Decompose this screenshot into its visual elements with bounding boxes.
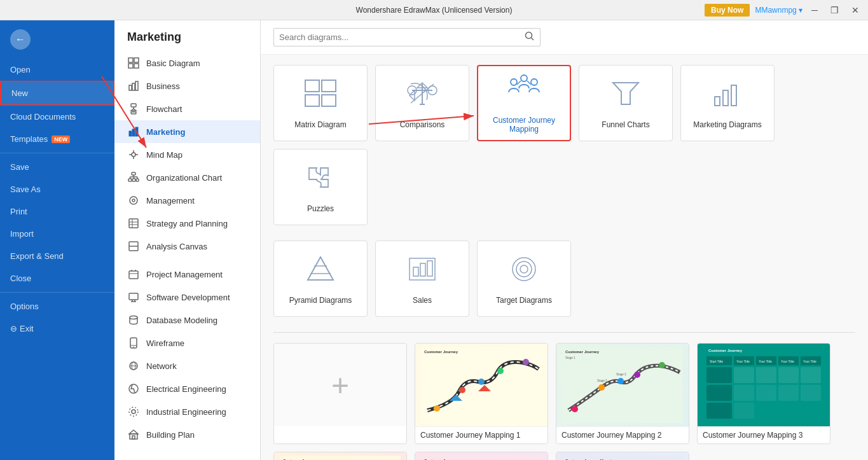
svg-point-102 (634, 372, 640, 378)
svg-line-74 (527, 81, 531, 85)
type-card-customer-journey[interactable]: Customer Journey Mapping (477, 65, 571, 141)
svg-point-87 (516, 261, 532, 277)
category-item-basic[interactable]: Basic Diagram (114, 52, 260, 74)
svg-rect-62 (322, 95, 336, 106)
sidebar-item-import[interactable]: Import (0, 223, 114, 245)
search-button[interactable] (525, 31, 535, 43)
type-card-target[interactable]: Target Diagrams (477, 240, 571, 317)
back-button[interactable]: ← (0, 20, 114, 59)
mindmap-icon (127, 148, 140, 161)
search-input-wrap[interactable] (273, 28, 541, 46)
category-item-mindmap[interactable]: Mind Map (114, 143, 260, 166)
category-item-flowchart[interactable]: Flowchart (114, 97, 260, 120)
buy-now-button[interactable]: Buy Now (705, 4, 750, 17)
sidebar-item-options[interactable]: Options (0, 295, 114, 317)
category-item-strategy[interactable]: Strategy and Planning (114, 212, 260, 235)
template-card-cj1[interactable]: Customer Journey Customer Journey Mappin… (415, 343, 548, 444)
template-card-cj5[interactable]: Customer Journey Customer Journey Mappin… (415, 452, 548, 460)
user-menu-button[interactable]: MMawnmpg ▾ (755, 6, 803, 15)
svg-rect-5 (132, 83, 135, 90)
puzzles-label: Puzzles (307, 204, 334, 213)
sidebar-item-cloud[interactable]: Cloud Documents (0, 106, 114, 128)
category-item-analysis[interactable]: Analysis Canvas (114, 235, 260, 258)
category-item-electrical[interactable]: Electrical Engineering (114, 377, 260, 400)
svg-marker-75 (613, 83, 638, 104)
sidebar-item-print[interactable]: Print (0, 200, 114, 223)
sidebar-item-close[interactable]: Close (0, 267, 114, 289)
content-area: Matrix Diagram (261, 55, 868, 460)
svg-rect-98 (562, 347, 683, 423)
type-card-pyramid[interactable]: Pyramid Diagrams (273, 240, 368, 317)
divider-2 (0, 292, 114, 293)
svg-rect-76 (715, 97, 720, 106)
svg-rect-11 (129, 131, 132, 136)
category-item-business[interactable]: Business (114, 74, 260, 97)
svg-point-47 (133, 347, 134, 348)
type-card-puzzles[interactable]: Puzzles (273, 149, 368, 225)
type-card-matrix[interactable]: Matrix Diagram (273, 65, 368, 141)
type-card-comparisons[interactable]: Comparisons (375, 65, 469, 141)
back-icon: ← (10, 29, 31, 50)
category-item-project[interactable]: Project Management (114, 263, 260, 286)
svg-rect-55 (130, 434, 137, 439)
category-item-orgchart[interactable]: Organizational Chart (114, 166, 260, 189)
category-item-software[interactable]: Software Development (114, 286, 260, 309)
svg-rect-129 (706, 403, 732, 419)
pyramid-label: Pyramid Diagrams (289, 296, 352, 305)
template-card-cj2[interactable]: Customer Journey Stage 1 Stage 2 Stage 3… (556, 343, 689, 444)
svg-point-91 (459, 387, 465, 393)
type-card-marketing[interactable]: Marketing Diagrams (680, 65, 775, 141)
electrical-icon (127, 382, 140, 395)
svg-rect-40 (129, 293, 138, 300)
svg-rect-130 (734, 403, 754, 419)
matrix-diagram-icon (303, 78, 338, 115)
svg-text:Customer Journey: Customer Journey (565, 350, 600, 354)
minimize-button[interactable]: ─ (808, 4, 822, 17)
svg-rect-78 (731, 85, 736, 106)
svg-marker-54 (129, 430, 138, 434)
close-button[interactable]: ✕ (848, 4, 863, 17)
svg-rect-22 (136, 179, 139, 181)
template-card-cj6[interactable]: Category Phase 1 Phase 2 Phase 3 Phase 4 (556, 452, 689, 460)
restore-button[interactable]: ❒ (827, 4, 843, 17)
sidebar-item-open[interactable]: Open (0, 59, 114, 81)
blank-thumb: + (274, 344, 406, 426)
category-item-marketing[interactable]: Marketing (114, 120, 260, 143)
svg-text:Customer Journey: Customer Journey (424, 350, 458, 354)
template-card-blank[interactable]: + (273, 343, 407, 444)
template-card-cj3[interactable]: Start Title Your Title Your Title Your T… (697, 343, 830, 444)
svg-rect-0 (128, 58, 133, 62)
svg-point-100 (598, 384, 605, 391)
svg-rect-45 (130, 338, 137, 348)
app-title: Wondershare EdrawMax (Unlicensed Version… (356, 6, 513, 15)
template-card-cj4[interactable]: Customer Journey Customer Journey Mappin… (273, 452, 407, 460)
search-input[interactable] (279, 32, 525, 42)
category-item-management[interactable]: Management (114, 189, 260, 212)
new-badge: NEW (52, 136, 70, 143)
svg-rect-6 (135, 81, 138, 90)
cj3-thumb: Start Title Your Title Your Title Your T… (698, 344, 830, 426)
sidebar-item-saveas[interactable]: Save As (0, 178, 114, 200)
svg-rect-121 (756, 367, 776, 383)
svg-point-93 (497, 368, 504, 374)
sidebar-item-exit[interactable]: ⊖ Exit (0, 317, 114, 340)
main-content: Matrix Diagram (261, 20, 868, 460)
category-item-industrial[interactable]: Industrial Engineering (114, 400, 260, 423)
sidebar-item-templates[interactable]: Templates NEW (0, 128, 114, 150)
category-item-wireframe[interactable]: Wireframe (114, 331, 260, 354)
svg-rect-13 (135, 127, 138, 136)
sidebar-item-export[interactable]: Export & Send (0, 245, 114, 267)
svg-point-72 (531, 79, 537, 85)
category-item-network[interactable]: Network (114, 354, 260, 377)
svg-line-73 (517, 81, 521, 85)
svg-rect-128 (801, 385, 821, 401)
sidebar-item-new[interactable]: New (0, 81, 114, 106)
type-card-sales[interactable]: Sales (375, 240, 469, 317)
category-item-building[interactable]: Building Plan (114, 423, 260, 446)
svg-point-71 (521, 75, 527, 81)
sidebar-item-save[interactable]: Save (0, 156, 114, 178)
type-card-funnel[interactable]: Funnel Charts (579, 65, 673, 141)
customer-journey-icon (506, 73, 542, 111)
svg-rect-19 (132, 172, 135, 175)
category-item-database[interactable]: Database Modeling (114, 309, 260, 331)
